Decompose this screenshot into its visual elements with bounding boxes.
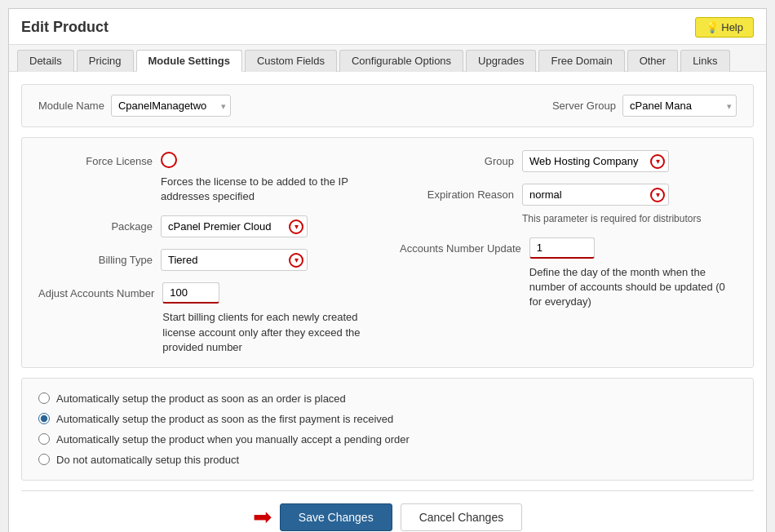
module-name-row: Module Name CpanelManagetwo Server Group… — [21, 84, 754, 127]
server-group-label: Server Group — [552, 100, 616, 112]
left-column: Force License Forces the license to be a… — [38, 150, 375, 355]
save-button[interactable]: Save Changes — [280, 503, 392, 531]
help-button[interactable]: 💡 Help — [695, 17, 754, 38]
force-license-label: Force License — [38, 150, 153, 167]
package-label: Package — [38, 215, 153, 233]
tab-module-settings[interactable]: Module Settings — [136, 50, 242, 72]
module-name-label: Module Name — [38, 100, 104, 112]
billing-type-label: Billing Type — [38, 249, 153, 266]
radio-row-auto-order: Automatically setup the product as soon … — [38, 388, 737, 409]
tab-custom-fields[interactable]: Custom Fields — [245, 50, 337, 72]
force-license-description: Forces the license to be added to the IP… — [161, 175, 375, 204]
expiration-reason-select[interactable]: normal — [522, 184, 669, 206]
radio-no-auto-label: Do not automatically setup this product — [56, 454, 239, 466]
tab-other[interactable]: Other — [627, 50, 679, 72]
tab-configurable-options[interactable]: Configurable Options — [339, 50, 463, 72]
expiration-reason-row: Expiration Reason normal This parameter … — [400, 184, 737, 226]
main-fields-section: Force License Forces the license to be a… — [21, 137, 754, 368]
footer-actions: ➡ Save Changes Cancel Changes — [21, 490, 754, 532]
radio-row-no-auto: Do not automatically setup this product — [38, 450, 737, 470]
group-label: Group — [400, 150, 514, 167]
arrow-icon: ➡ — [253, 506, 272, 529]
accounts-number-update-label: Accounts Number Update — [400, 237, 521, 255]
adjust-accounts-row: Adjust Accounts Number Start billing cli… — [38, 282, 375, 355]
tab-pricing[interactable]: Pricing — [77, 50, 134, 72]
tab-details[interactable]: Details — [17, 50, 74, 72]
radio-auto-payment-label: Automatically setup the product as soon … — [56, 413, 393, 425]
radio-row-auto-pending: Automatically setup the product when you… — [38, 429, 737, 450]
right-column: Group Web Hosting Company Exp — [400, 150, 737, 355]
billing-type-select[interactable]: Tiered — [161, 249, 308, 271]
module-name-select[interactable]: CpanelManagetwo — [111, 95, 231, 117]
package-row: Package cPanel Premier Cloud — [38, 215, 375, 237]
accounts-number-update-input[interactable] — [529, 237, 595, 259]
radio-auto-order[interactable] — [38, 392, 50, 404]
expiration-reason-label: Expiration Reason — [400, 184, 514, 201]
accounts-number-update-note: Define the day of the month when the num… — [529, 265, 737, 310]
tabs-bar: Details Pricing Module Settings Custom F… — [9, 45, 766, 72]
radio-auto-pending[interactable] — [38, 433, 50, 445]
tab-links[interactable]: Links — [680, 50, 729, 72]
radio-row-auto-payment: Automatically setup the product as soon … — [38, 409, 737, 429]
radio-auto-payment[interactable] — [38, 413, 50, 424]
billing-type-row: Billing Type Tiered — [38, 249, 375, 271]
radio-auto-order-label: Automatically setup the product as soon … — [56, 392, 346, 405]
radio-auto-pending-label: Automatically setup the product when you… — [56, 433, 410, 446]
group-select[interactable]: Web Hosting Company — [522, 150, 669, 172]
expiration-reason-note: This parameter is required for distribut… — [522, 212, 701, 226]
tab-free-domain[interactable]: Free Domain — [538, 50, 624, 72]
force-license-row: Force License Forces the license to be a… — [38, 150, 375, 204]
accounts-number-update-row: Accounts Number Update Define the day of… — [400, 237, 737, 310]
adjust-accounts-input[interactable] — [162, 282, 219, 304]
cancel-button[interactable]: Cancel Changes — [401, 503, 523, 531]
server-group-select[interactable]: cPanel Mana — [622, 95, 737, 117]
radio-no-auto[interactable] — [38, 454, 50, 465]
tab-upgrades[interactable]: Upgrades — [466, 50, 536, 72]
group-row: Group Web Hosting Company — [400, 150, 737, 172]
radio-options-section: Automatically setup the product as soon … — [21, 378, 754, 481]
package-select[interactable]: cPanel Premier Cloud — [161, 215, 308, 237]
adjust-accounts-note: Start billing clients for each newly cre… — [162, 310, 375, 355]
adjust-accounts-label: Adjust Accounts Number — [38, 282, 154, 299]
force-license-checkbox[interactable] — [161, 152, 177, 168]
page-title: Edit Product — [21, 19, 108, 36]
